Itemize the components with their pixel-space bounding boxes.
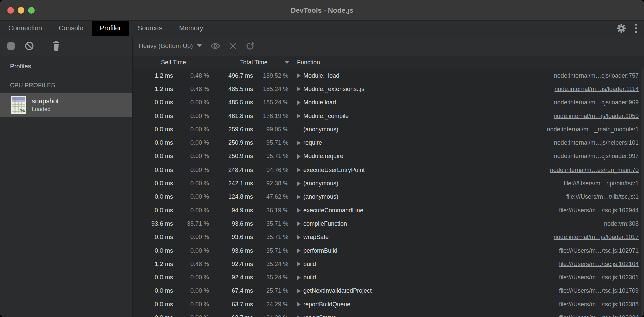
function-name: require (303, 139, 322, 146)
scrollbar-track[interactable] (641, 69, 644, 317)
record-profile-button[interactable] (7, 42, 15, 50)
table-row[interactable]: 0.0 ms 0.00 % 242.1 ms 92.38 % (anonymou… (133, 177, 644, 190)
profile-item-snapshot[interactable]: % snapshot Loaded (0, 93, 132, 117)
table-row[interactable]: 0.0 ms 0.00 % 92.4 ms 35.24 % build file… (133, 271, 644, 284)
function-name: build (303, 274, 316, 281)
source-location-link[interactable]: file:///Users/m…/tsc.js:102388 (551, 301, 639, 308)
chevron-down-icon (197, 44, 202, 47)
total-time-pct: 94.76 % (253, 167, 288, 174)
profiles-list: Profiles CPU PROFILES (0, 56, 132, 317)
tab-sources[interactable]: Sources (129, 21, 171, 36)
expand-triangle-icon[interactable] (297, 154, 301, 159)
restore-functions-refresh-icon[interactable] (246, 41, 255, 51)
source-location-link[interactable]: node:internal/m…cjs/loader:969 (546, 99, 639, 106)
expand-triangle-icon[interactable] (297, 221, 301, 226)
source-location-link[interactable]: node:vm:308 (596, 220, 639, 227)
source-location-link[interactable]: file:///Users/m…/tsc.js:102944 (551, 207, 639, 214)
close-button[interactable] (7, 7, 14, 14)
more-options-kebab-icon[interactable] (635, 23, 637, 33)
source-location-link[interactable]: node:internal/m…_main_module:1 (539, 126, 639, 133)
table-row[interactable]: 1.2 ms 0.48 % 92.4 ms 35.24 % build file… (133, 257, 644, 271)
self-time-pct: 0.00 % (173, 247, 209, 254)
expand-triangle-icon[interactable] (297, 195, 301, 199)
total-time-ms: 250.9 ms (214, 153, 253, 160)
self-time-ms: 0.0 ms (133, 193, 173, 200)
source-location-link[interactable]: file:///Users/m…t/lib/tsc.js:1 (558, 193, 639, 200)
total-time-ms: 63.7 ms (214, 314, 253, 317)
expand-triangle-icon[interactable] (297, 100, 301, 105)
table-row[interactable]: 0.0 ms 0.00 % 94.9 ms 36.19 % executeCom… (133, 204, 644, 217)
source-location-link[interactable]: node:internal/m…cjs/loader:997 (546, 153, 639, 160)
expand-triangle-icon[interactable] (297, 73, 301, 78)
expand-triangle-icon[interactable] (297, 181, 301, 186)
total-time-pct: 24.29 % (253, 301, 288, 308)
view-mode-dropdown[interactable]: Heavy (Bottom Up) (139, 42, 202, 50)
expand-triangle-icon[interactable] (297, 235, 301, 240)
table-row[interactable]: 1.2 ms 0.48 % 485.5 ms 185.24 % Module._… (133, 82, 644, 96)
source-location-link[interactable]: file:///Users/m…/tsc.js:102104 (551, 261, 639, 268)
profile-status: Loaded (32, 106, 59, 113)
tab-memory[interactable]: Memory (171, 21, 211, 36)
source-location-link[interactable]: node:internal/m…js/loader:1017 (546, 234, 639, 241)
expand-triangle-icon[interactable] (297, 275, 301, 280)
table-row[interactable]: 0.0 ms 0.00 % 63.7 ms 24.29 % reportStat… (133, 311, 644, 317)
table-row[interactable]: 0.0 ms 0.00 % 259.6 ms 99.05 % (anonymou… (133, 123, 644, 136)
total-time-pct: 95.71 % (253, 139, 288, 146)
expand-triangle-icon[interactable] (297, 168, 301, 172)
expand-triangle-icon[interactable] (297, 248, 301, 253)
exclude-function-x-icon[interactable] (229, 42, 237, 50)
zoom-button[interactable] (28, 7, 35, 14)
traffic-lights (7, 0, 35, 20)
function-name: Module._load (303, 72, 339, 79)
focus-function-eye-icon[interactable] (210, 42, 220, 50)
table-row[interactable]: 0.0 ms 0.00 % 93.6 ms 35.71 % wrapSafe n… (133, 231, 644, 244)
table-row[interactable]: 0.0 ms 0.00 % 63.7 ms 24.29 % reportBuil… (133, 298, 644, 311)
source-location-link[interactable]: node:internal/m…js/helpers:101 (546, 139, 639, 146)
clear-all-profiles-icon[interactable] (25, 41, 34, 51)
table-row[interactable]: 0.0 ms 0.00 % 93.6 ms 35.71 % performBui… (133, 244, 644, 257)
source-location-link[interactable]: file:///Users/m…/tsc.js:102324 (551, 314, 639, 317)
delete-profile-trash-icon[interactable] (52, 41, 60, 51)
expand-triangle-icon[interactable] (297, 114, 301, 118)
expand-triangle-icon[interactable] (297, 208, 301, 213)
settings-gear-icon[interactable] (617, 24, 626, 33)
source-location-link[interactable]: file:///Users/m…ript/bin/tsc:1 (556, 180, 639, 187)
table-row[interactable]: 0.0 ms 0.00 % 250.9 ms 95.71 % require n… (133, 136, 644, 149)
function-name: build (303, 261, 316, 268)
source-location-link[interactable]: node:internal/m…es/run_main:70 (542, 167, 639, 174)
table-row[interactable]: 0.0 ms 0.00 % 124.8 ms 47.62 % (anonymou… (133, 190, 644, 204)
minimize-button[interactable] (18, 7, 24, 14)
tab-connection[interactable]: Connection (0, 21, 50, 36)
source-location-link[interactable]: file:///Users/m…/tsc.js:102971 (551, 247, 639, 254)
expand-triangle-icon[interactable] (297, 141, 301, 145)
tab-console[interactable]: Console (50, 21, 91, 36)
table-row[interactable]: 1.2 ms 0.48 % 496.7 ms 189.52 % Module._… (133, 69, 644, 82)
expand-triangle-icon[interactable] (297, 87, 301, 91)
table-row[interactable]: 0.0 ms 0.00 % 461.8 ms 176.19 % Module._… (133, 109, 644, 123)
table-row[interactable]: 0.0 ms 0.00 % 248.4 ms 94.76 % executeUs… (133, 163, 644, 177)
table-row[interactable]: 93.6 ms 35.71 % 93.6 ms 35.71 % compileF… (133, 217, 644, 230)
total-time-ms: 92.4 ms (214, 274, 253, 281)
self-time-pct: 0.00 % (173, 126, 209, 133)
table-row[interactable]: 0.0 ms 0.00 % 67.4 ms 25.71 % getNextInv… (133, 284, 644, 298)
expand-triangle-icon[interactable] (297, 262, 301, 266)
function-name: reportBuildQueue (303, 301, 350, 308)
expand-triangle-icon[interactable] (297, 289, 301, 293)
total-time-pct: 99.05 % (253, 126, 288, 133)
expand-triangle-icon[interactable] (297, 315, 301, 317)
column-header-total-time[interactable]: Total Time (214, 56, 294, 69)
tab-profiler[interactable]: Profiler (92, 21, 129, 36)
total-time-pct: 35.24 % (253, 261, 288, 268)
self-time-ms: 93.6 ms (133, 220, 173, 227)
source-location-link[interactable]: node:internal/m…cjs/loader:757 (546, 72, 639, 79)
source-location-link[interactable]: node:internal/m…js/loader:1114 (547, 86, 639, 93)
source-location-link[interactable]: node:internal/m…js/loader:1059 (546, 113, 639, 120)
table-row[interactable]: 0.0 ms 0.00 % 485.5 ms 185.24 % Module.l… (133, 96, 644, 109)
expand-triangle-icon[interactable] (297, 302, 301, 307)
column-header-function[interactable]: Function (294, 56, 644, 69)
table-row[interactable]: 0.0 ms 0.00 % 250.9 ms 95.71 % Module.re… (133, 150, 644, 163)
column-header-self-time[interactable]: Self Time (133, 56, 214, 69)
self-time-ms: 0.0 ms (133, 99, 173, 106)
source-location-link[interactable]: file:///Users/m…/tsc.js:102301 (551, 274, 639, 281)
source-location-link[interactable]: file:///Users/m…/tsc.js:101709 (551, 287, 639, 294)
